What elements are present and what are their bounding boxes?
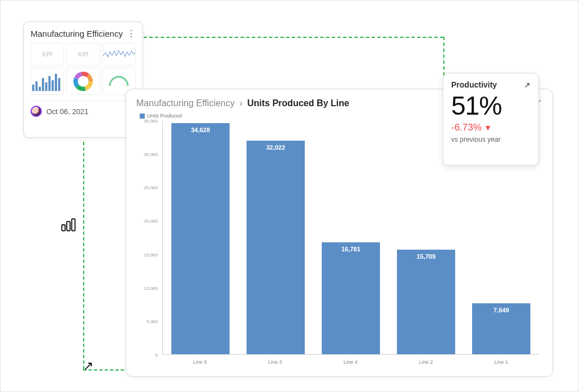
- kpi-tile: KPI: [66, 43, 100, 66]
- svg-rect-8: [49, 76, 51, 91]
- kpi-tile: KPI: [31, 43, 64, 66]
- svg-rect-11: [58, 78, 61, 91]
- y-tick-label: 15,000: [144, 252, 158, 257]
- stage: ↗ Manufacturing Efficiency ⋮ KPI KPI: [0, 0, 579, 392]
- legend-swatch: [140, 114, 145, 119]
- y-tick-label: 30,000: [144, 152, 158, 157]
- x-tick-label: Line 2: [388, 359, 464, 365]
- x-axis: Line 5Line 3Line 4Line 2Line 1: [162, 357, 539, 368]
- chart-legend: Units Produced: [140, 113, 182, 119]
- breadcrumb-current: Units Produced By Line: [247, 98, 349, 108]
- svg-rect-3: [32, 85, 34, 91]
- sparkline-tile: [102, 43, 136, 66]
- bar[interactable]: 32,022: [247, 141, 305, 354]
- svg-rect-7: [45, 82, 47, 91]
- svg-rect-10: [55, 74, 57, 92]
- y-tick-label: 10,000: [144, 285, 158, 290]
- legend-label: Units Produced: [147, 113, 182, 119]
- x-tick-label: Line 5: [162, 359, 237, 365]
- svg-rect-0: [62, 225, 65, 231]
- y-tick-label: 25,000: [144, 185, 158, 190]
- dashboard-date: Oct 06, 2021: [46, 107, 88, 116]
- x-tick-label: Line 1: [464, 359, 539, 365]
- svg-rect-1: [67, 221, 70, 230]
- bar[interactable]: 34,628: [171, 123, 230, 354]
- x-tick-label: Line 4: [313, 359, 388, 365]
- svg-rect-6: [42, 78, 44, 91]
- svg-rect-5: [38, 87, 41, 92]
- y-tick-label: 35,000: [144, 119, 158, 124]
- connector-line: [144, 37, 443, 38]
- svg-rect-4: [36, 81, 38, 91]
- connector-line: [83, 142, 84, 369]
- dashboard-thumbnails: KPI KPI: [31, 43, 136, 95]
- arrow-up-right-icon: ↗: [83, 359, 93, 373]
- bar-chart-icon: [61, 217, 76, 233]
- y-axis: 05,00010,00015,00020,00025,00030,00035,0…: [140, 121, 160, 355]
- productivity-title: Productivity: [451, 80, 497, 89]
- svg-rect-2: [72, 219, 75, 231]
- svg-rect-9: [51, 80, 54, 91]
- y-tick-label: 0: [155, 352, 158, 358]
- y-tick-label: 5,000: [146, 319, 158, 324]
- bar-value-label: 32,022: [247, 144, 305, 151]
- expand-icon[interactable]: ↗: [524, 81, 530, 89]
- chevron-right-icon: ›: [239, 98, 242, 108]
- x-tick-label: Line 3: [237, 359, 313, 365]
- productivity-delta: -6.73% ▼: [451, 122, 530, 133]
- kebab-menu-icon[interactable]: ⋮: [127, 29, 136, 38]
- bar-value-label: 34,628: [171, 127, 230, 133]
- bar[interactable]: 7,649: [472, 303, 531, 354]
- bar-value-label: 15,709: [397, 253, 456, 260]
- breadcrumb-parent[interactable]: Manufacturing Efficiency: [136, 98, 235, 108]
- bar-value-label: 7,649: [472, 307, 531, 313]
- productivity-card[interactable]: Productivity ↗ 51% -6.73% ▼ vs previous …: [443, 73, 539, 165]
- breadcrumb: Manufacturing Efficiency › Units Produce…: [136, 98, 349, 108]
- dashboard-title: Manufacturing Efficiency: [31, 29, 123, 38]
- mini-bar-tile: [31, 68, 64, 95]
- bar[interactable]: 16,781: [322, 242, 381, 354]
- down-triangle-icon: ▼: [484, 123, 492, 132]
- y-tick-label: 20,000: [144, 219, 158, 224]
- productivity-value: 51%: [451, 90, 530, 121]
- bar-value-label: 16,781: [322, 246, 381, 252]
- productivity-subtitle: vs previous year: [451, 136, 530, 143]
- avatar: [31, 106, 42, 117]
- donut-chart-tile: [66, 68, 100, 95]
- bar[interactable]: 15,709: [397, 250, 456, 354]
